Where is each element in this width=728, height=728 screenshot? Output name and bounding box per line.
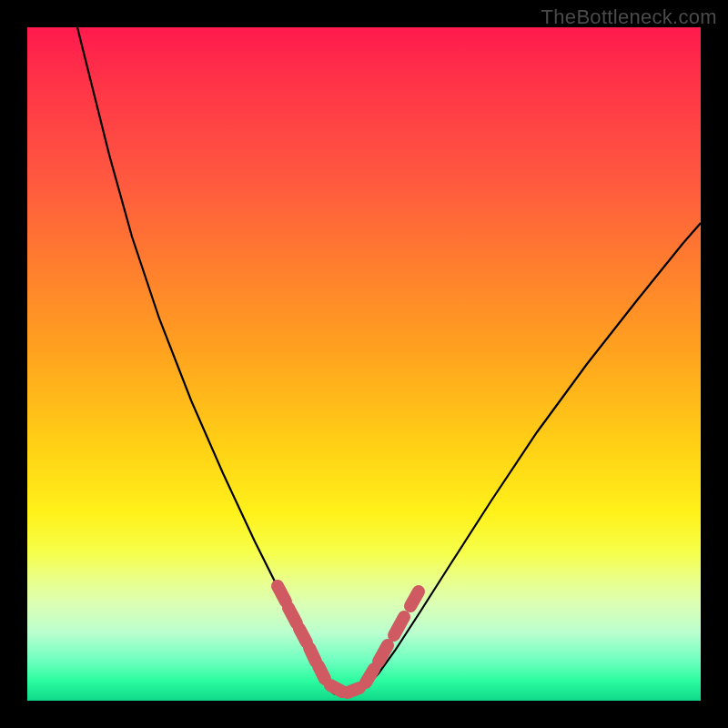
- highlight-dash-9: [394, 617, 404, 635]
- chart-svg: [27, 27, 701, 701]
- curve-right-branch: [357, 223, 701, 694]
- highlight-dash-7: [366, 669, 374, 682]
- highlight-dash-10: [410, 592, 419, 606]
- curve-left-branch: [77, 27, 335, 694]
- highlight-dash-group: [278, 586, 419, 693]
- highlight-dash-5: [330, 685, 342, 692]
- plot-area: [27, 27, 701, 701]
- highlight-dash-8: [379, 645, 388, 662]
- highlight-dash-1: [288, 608, 297, 623]
- chart-frame: TheBottleneck.com: [0, 0, 728, 728]
- watermark-text: TheBottleneck.com: [541, 5, 717, 29]
- highlight-dash-0: [278, 586, 286, 602]
- highlight-dash-6: [348, 688, 359, 693]
- highlight-dash-2: [299, 629, 307, 642]
- highlight-dash-4: [318, 666, 325, 679]
- highlight-dash-3: [309, 648, 316, 662]
